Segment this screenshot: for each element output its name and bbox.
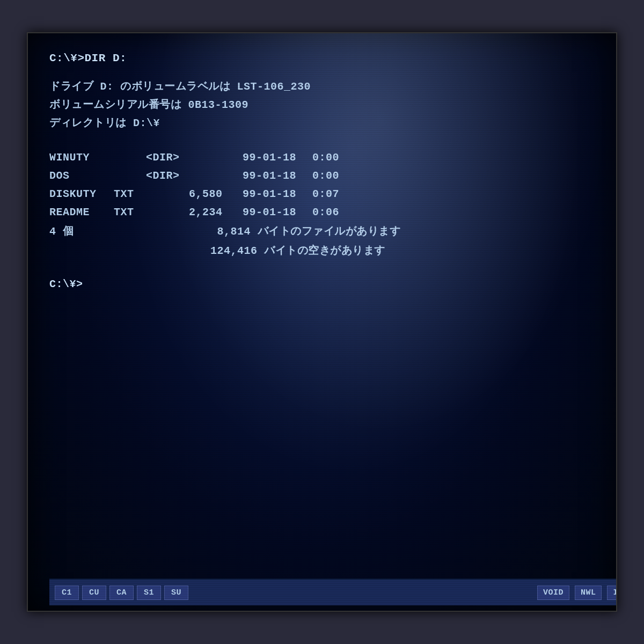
status-btn-cu[interactable]: CU: [82, 586, 106, 600]
file-row-readme: README TXT 2,234 99-01-18 0:06: [49, 204, 595, 221]
file-name: DOS: [49, 167, 114, 185]
file-ext: [114, 149, 146, 166]
status-btn-void[interactable]: VOID: [537, 586, 569, 600]
status-bar: C1 CU CA S1 SU VOID NWL INS: [49, 579, 617, 605]
file-size: [189, 149, 243, 166]
volume-info: ドライブ D: のボリュームラベルは LST-106_230 ボリュームシリアル…: [49, 78, 595, 133]
file-ext: TXT: [114, 186, 146, 203]
status-btn-nwl[interactable]: NWL: [575, 586, 602, 600]
file-time: 0:00: [312, 167, 339, 185]
file-date: 99-01-18: [243, 204, 312, 221]
serial-line: ボリュームシリアル番号は 0B13-1309: [49, 97, 595, 114]
status-btn-s1[interactable]: S1: [137, 586, 161, 600]
file-date: 99-01-18: [243, 186, 312, 203]
monitor-frame: C:\¥>DIR D: ドライブ D: のボリュームラベルは LST-106_2…: [0, 0, 644, 644]
status-btn-ins[interactable]: INS: [607, 586, 617, 600]
file-row-diskuty: DISKUTY TXT 6,580 99-01-18 0:07: [49, 186, 595, 203]
file-size: 6,580: [189, 186, 243, 203]
status-btn-c1[interactable]: C1: [55, 586, 79, 600]
file-type: <DIR>: [146, 167, 189, 185]
prompt-line: C:\¥>: [49, 276, 595, 293]
file-ext: [114, 167, 146, 185]
file-row-dos: DOS <DIR> 99-01-18 0:00: [49, 167, 595, 185]
file-date: 99-01-18: [243, 167, 312, 185]
file-type: <DIR>: [146, 149, 189, 166]
file-listing: WINUTY <DIR> 99-01-18 0:00 DOS <DIR> 99-…: [49, 149, 595, 260]
directory-line: ディレクトリは D:\¥: [49, 115, 595, 132]
file-time: 0:06: [312, 204, 339, 221]
volume-label-line: ドライブ D: のボリュームラベルは LST-106_230: [49, 78, 595, 96]
file-date: 99-01-18: [243, 149, 312, 166]
status-btn-su[interactable]: SU: [164, 586, 188, 600]
file-name: WINUTY: [49, 149, 114, 166]
summary-free: 124,416 バイトの空きがあります: [210, 243, 385, 260]
file-time: 0:07: [312, 186, 339, 203]
summary-bytes: 8,814 バイトのファイルがあります: [217, 223, 401, 240]
file-time: 0:00: [312, 149, 339, 166]
terminal-content: C:\¥>DIR D: ドライブ D: のボリュームラベルは LST-106_2…: [49, 49, 595, 579]
screen: C:\¥>DIR D: ドライブ D: のボリュームラベルは LST-106_2…: [27, 32, 617, 612]
file-row-winuty: WINUTY <DIR> 99-01-18 0:00: [49, 149, 595, 166]
file-ext: TXT: [114, 204, 146, 221]
file-name: DISKUTY: [49, 186, 114, 203]
file-name: README: [49, 204, 114, 221]
file-type: [146, 186, 189, 203]
status-btn-ca[interactable]: CA: [109, 586, 134, 600]
file-size: [189, 167, 243, 185]
summary-count-row: 4 個 8,814 バイトのファイルがあります: [49, 223, 595, 240]
summary-count: 4 個: [49, 223, 167, 240]
summary-free-row: 124,416 バイトの空きがあります: [49, 243, 595, 260]
command-line: C:\¥>DIR D:: [49, 49, 595, 68]
file-type: [146, 204, 189, 221]
file-size: 2,234: [189, 204, 243, 221]
